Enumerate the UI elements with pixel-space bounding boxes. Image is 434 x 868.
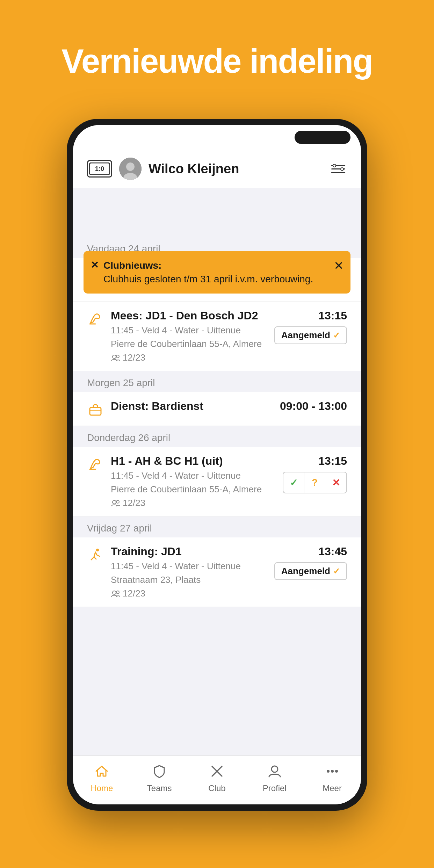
scroll-content: ✕ Clubnieuws: Clubhuis gesloten t/m 31 a… bbox=[73, 188, 361, 755]
event-title: Training: JD1 bbox=[111, 545, 267, 558]
notif-message: Clubhuis gesloten t/m 31 april i.v.m. ve… bbox=[103, 274, 313, 284]
event-time-area: 13:45 Aangemeld ✓ bbox=[274, 545, 347, 580]
svg-point-14 bbox=[96, 549, 99, 551]
event-title: Mees: JD1 - Den Bosch JD2 bbox=[111, 309, 267, 322]
notif-title: Clubnieuws: bbox=[103, 260, 161, 271]
svg-point-16 bbox=[116, 591, 119, 594]
svg-point-15 bbox=[113, 591, 116, 594]
check-icon: ✓ bbox=[333, 331, 340, 340]
badge-label: Aangemeld bbox=[281, 330, 330, 341]
nav-home[interactable]: Home bbox=[73, 764, 131, 797]
event-title: Dienst: Bardienst bbox=[111, 400, 273, 413]
event-subtitle: 11:45 - Veld 4 - Water - UittenuePierre … bbox=[111, 469, 276, 496]
event-time: 13:15 bbox=[318, 309, 347, 322]
date-header-thursday: Donderdag 26 april bbox=[73, 426, 361, 447]
home-icon bbox=[94, 764, 109, 781]
hockey-icon bbox=[87, 311, 104, 327]
date-header-friday: Vrijdag 27 april bbox=[73, 516, 361, 537]
people-count: 12/23 bbox=[123, 588, 145, 599]
event-time-area: 13:15 Aangemeld ✓ bbox=[274, 309, 347, 344]
notification-banner: ✕ Clubnieuws: Clubhuis gesloten t/m 31 a… bbox=[84, 251, 350, 294]
page-title: Vernieuwde indeling bbox=[0, 0, 434, 101]
running-icon bbox=[87, 547, 104, 563]
nav-meer-label: Meer bbox=[323, 783, 342, 793]
hockey-cross-icon bbox=[209, 764, 225, 781]
dots-icon bbox=[325, 764, 340, 781]
event-time: 09:00 - 13:00 bbox=[280, 400, 347, 413]
event-body: H1 - AH & BC H1 (uit) 11:45 - Veld 4 - W… bbox=[111, 455, 276, 508]
nav-club-label: Club bbox=[208, 783, 225, 793]
date-header-tomorrow: Morgen 25 april bbox=[73, 371, 361, 392]
people-count: 12/23 bbox=[123, 498, 145, 508]
badge-label: Aangemeld bbox=[281, 566, 330, 577]
nav-home-label: Home bbox=[91, 783, 113, 793]
phone-top-bar bbox=[73, 125, 361, 150]
attendance-buttons: ✓ ? ✕ bbox=[283, 472, 347, 493]
event-item: Dienst: Bardienst 09:00 - 13:00 bbox=[73, 392, 361, 426]
event-item: Mees: JD1 - Den Bosch JD2 11:45 - Veld 4… bbox=[73, 302, 361, 371]
svg-point-12 bbox=[113, 500, 116, 504]
nav-profiel-label: Profiel bbox=[263, 783, 287, 793]
score-icon[interactable]: 1:0 bbox=[87, 160, 112, 178]
avatar bbox=[119, 158, 142, 180]
svg-point-19 bbox=[272, 766, 278, 772]
event-subtitle: 11:45 - Veld 4 - Water - UittenueStraatn… bbox=[111, 559, 267, 587]
bottom-nav: Home Teams bbox=[73, 755, 361, 804]
event-time-area: 13:15 ✓ ? ✕ bbox=[283, 455, 347, 493]
notif-text: Clubnieuws: Clubhuis gesloten t/m 31 apr… bbox=[103, 259, 329, 286]
svg-point-3 bbox=[126, 162, 135, 171]
svg-text:1:0: 1:0 bbox=[95, 165, 104, 172]
phone-screen: 1:0 Wilco Kleijnen bbox=[73, 125, 361, 804]
nav-profiel[interactable]: Profiel bbox=[246, 764, 303, 797]
nav-club[interactable]: Club bbox=[188, 764, 246, 797]
event-item: Training: JD1 11:45 - Veld 4 - Water - U… bbox=[73, 537, 361, 607]
event-body: Dienst: Bardienst bbox=[111, 400, 273, 414]
event-body: Mees: JD1 - Den Bosch JD2 11:45 - Veld 4… bbox=[111, 309, 267, 363]
briefcase-icon bbox=[87, 401, 104, 418]
attend-no-button[interactable]: ✕ bbox=[325, 472, 346, 493]
person-icon bbox=[267, 764, 282, 781]
svg-rect-9 bbox=[90, 407, 101, 415]
check-icon: ✓ bbox=[333, 566, 340, 576]
aangemeld-badge[interactable]: Aangemeld ✓ bbox=[274, 562, 347, 580]
event-body: Training: JD1 11:45 - Veld 4 - Water - U… bbox=[111, 545, 267, 599]
people-count: 12/23 bbox=[123, 352, 145, 363]
people-icon: 12/23 bbox=[111, 498, 145, 508]
event-time-area: 09:00 - 13:00 bbox=[280, 400, 347, 413]
attend-yes-button[interactable]: ✓ bbox=[283, 472, 304, 493]
notif-close-button[interactable]: ✕ bbox=[334, 259, 343, 273]
svg-point-7 bbox=[113, 355, 116, 359]
shield-icon bbox=[152, 764, 167, 781]
svg-point-21 bbox=[331, 770, 334, 773]
event-time: 13:45 bbox=[318, 545, 347, 558]
event-subtitle: 11:45 - Veld 4 - Water - UittenuePierre … bbox=[111, 324, 267, 351]
event-time: 13:15 bbox=[318, 455, 347, 468]
app-header: 1:0 Wilco Kleijnen bbox=[73, 150, 361, 188]
hockey-icon bbox=[87, 456, 104, 473]
svg-point-13 bbox=[116, 500, 119, 503]
user-name: Wilco Kleijnen bbox=[149, 161, 323, 176]
svg-point-22 bbox=[335, 770, 338, 773]
attend-maybe-button[interactable]: ? bbox=[304, 472, 325, 493]
nav-meer[interactable]: Meer bbox=[303, 764, 361, 797]
event-title: H1 - AH & BC H1 (uit) bbox=[111, 455, 276, 468]
phone-frame: 1:0 Wilco Kleijnen bbox=[67, 119, 367, 811]
camera-pill bbox=[295, 131, 350, 144]
filter-icon[interactable] bbox=[330, 160, 347, 178]
svg-point-8 bbox=[116, 355, 119, 358]
people-icon: 12/23 bbox=[111, 588, 145, 599]
nav-teams[interactable]: Teams bbox=[131, 764, 188, 797]
svg-point-20 bbox=[327, 770, 330, 773]
nav-teams-label: Teams bbox=[147, 783, 172, 793]
notif-x-icon: ✕ bbox=[91, 259, 99, 271]
event-item: H1 - AH & BC H1 (uit) 11:45 - Veld 4 - W… bbox=[73, 447, 361, 516]
aangemeld-badge[interactable]: Aangemeld ✓ bbox=[274, 326, 347, 344]
people-icon: 12/23 bbox=[111, 352, 145, 363]
